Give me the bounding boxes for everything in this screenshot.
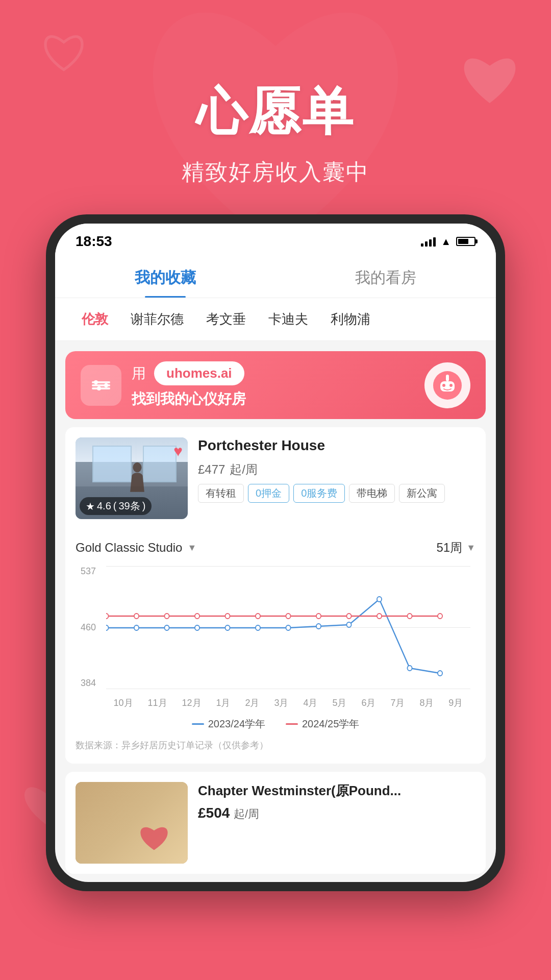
property-card-2[interactable]: Chapter Westminster(原Pound... £504 起/周 [65, 772, 486, 874]
svg-point-20 [316, 624, 321, 629]
legend-dot-2324 [192, 723, 204, 725]
svg-point-5 [97, 386, 101, 390]
property-main-1: ♥ ★ 4.6 (39条) Portchester House £477 起/周 [65, 427, 486, 529]
city-coventry[interactable]: 考文垂 [195, 306, 257, 332]
svg-point-8 [442, 384, 445, 387]
rating-count: ( [113, 500, 117, 512]
phone-screen: 18:53 ▲ 我的收藏 我的看房 [55, 224, 496, 882]
tag-service-fee: 0服务费 [293, 484, 345, 503]
chart-header: Gold Classic Studio ▼ 51周 ▼ [76, 540, 475, 556]
svg-point-13 [106, 625, 109, 630]
phone-frame: 18:53 ▲ 我的收藏 我的看房 [46, 214, 505, 891]
svg-point-11 [446, 375, 449, 378]
city-cardiff[interactable]: 卡迪夫 [257, 306, 319, 332]
tag-new-apt: 新公寓 [399, 484, 445, 503]
svg-point-12 [133, 462, 141, 472]
tab-my-collection[interactable]: 我的收藏 [55, 259, 276, 298]
property-name-1: Portchester House [198, 437, 475, 454]
property-info-1: Portchester House £477 起/周 有转租 0押金 0服务费 … [198, 437, 475, 519]
banner-use-text: 用 [132, 364, 146, 383]
chart-section: Gold Classic Studio ▼ 51周 ▼ 537 460 [65, 529, 486, 764]
banner-slogan: 找到我的心仪好房 [132, 389, 414, 409]
wifi-icon: ▲ [441, 236, 451, 248]
legend-dot-2425 [286, 723, 298, 725]
city-liverpool[interactable]: 利物浦 [319, 306, 382, 332]
status-icons: ▲ [421, 236, 475, 248]
svg-point-18 [256, 625, 260, 630]
y-label-460: 460 [81, 622, 96, 633]
svg-point-24 [438, 671, 442, 676]
phone-mockup: 18:53 ▲ 我的收藏 我的看房 [46, 214, 505, 891]
y-label-537: 537 [81, 566, 96, 577]
city-sheffield[interactable]: 谢菲尔德 [119, 306, 195, 332]
svg-point-27 [164, 614, 169, 619]
property-image-2 [76, 782, 188, 864]
status-time: 18:53 [76, 233, 112, 250]
chart-week-label: 51周 [436, 540, 462, 556]
svg-point-15 [164, 625, 169, 630]
legend-2324: 2023/24学年 [192, 717, 265, 731]
svg-point-22 [377, 597, 382, 602]
banner-url: uhomes.ai [154, 361, 244, 385]
svg-point-33 [346, 614, 351, 619]
tabs-bar: 我的收藏 我的看房 [55, 254, 496, 298]
city-filter: 伦敦 谢菲尔德 考文垂 卡迪夫 利物浦 [55, 298, 496, 341]
banner-settings-icon [81, 365, 121, 406]
chart-week-dropdown[interactable]: 51周 ▼ [436, 540, 475, 556]
city-london[interactable]: 伦敦 [70, 306, 119, 332]
svg-point-14 [134, 625, 139, 630]
property-name-2: Chapter Westminster(原Pound... [198, 782, 475, 800]
x-axis-labels: 10月 11月 12月 1月 2月 3月 4月 5月 6月 7月 8月 9月 [106, 697, 470, 709]
svg-point-30 [256, 614, 260, 619]
property-rating: ★ 4.6 (39条) [80, 497, 152, 515]
chart-svg [106, 566, 470, 689]
legend-label-2425: 2024/25学年 [302, 717, 359, 731]
x-label-oct: 10月 [113, 697, 133, 709]
legend-2425: 2024/25学年 [286, 717, 359, 731]
svg-point-32 [316, 614, 321, 619]
property-tags-1: 有转租 0押金 0服务费 带电梯 新公寓 [198, 484, 475, 503]
property-image-1: ♥ ★ 4.6 (39条) [76, 437, 188, 519]
tag-sublease: 有转租 [198, 484, 244, 503]
status-bar: 18:53 ▲ [55, 224, 496, 254]
chart-week-arrow: ▼ [466, 543, 475, 553]
y-label-384: 384 [81, 678, 96, 689]
property-heart-icon[interactable]: ♥ [173, 443, 183, 460]
tab-my-viewing[interactable]: 我的看房 [276, 259, 496, 298]
chart-type-label: Gold Classic Studio [76, 541, 182, 555]
chart-legend: 2023/24学年 2024/25学年 [76, 709, 475, 739]
svg-point-28 [195, 614, 199, 619]
star-icon: ★ [86, 500, 95, 512]
x-label-may: 5月 [332, 697, 346, 709]
svg-point-34 [377, 614, 382, 619]
battery-icon [456, 237, 475, 246]
hero-title: 心愿单 [196, 78, 355, 147]
x-label-jan: 1月 [216, 697, 230, 709]
svg-point-21 [346, 622, 351, 627]
chart-type-dropdown[interactable]: Gold Classic Studio ▼ [76, 541, 196, 555]
hero-subtitle: 精致好房收入囊中 [182, 157, 369, 187]
svg-point-3 [94, 380, 98, 384]
svg-point-31 [286, 614, 290, 619]
y-axis-labels: 537 460 384 [81, 566, 96, 689]
svg-point-16 [195, 625, 199, 630]
tag-deposit: 0押金 [248, 484, 289, 503]
svg-point-26 [134, 614, 139, 619]
property-info-2: Chapter Westminster(原Pound... £504 起/周 [198, 782, 475, 864]
x-label-mar: 3月 [274, 697, 288, 709]
property-card-1[interactable]: ♥ ★ 4.6 (39条) Portchester House £477 起/周 [65, 427, 486, 764]
svg-point-4 [104, 383, 108, 387]
chart-type-arrow: ▼ [187, 543, 196, 553]
svg-point-9 [449, 384, 453, 387]
property-price-1: £477 起/周 [198, 459, 475, 478]
chart-source: 数据来源：异乡好居历史订单记录（仅供参考） [76, 739, 475, 758]
x-label-nov: 11月 [147, 697, 167, 709]
rating-value: 4.6 [97, 500, 111, 512]
x-label-sep: 9月 [448, 697, 463, 709]
svg-point-35 [407, 614, 412, 619]
ai-banner[interactable]: 用 uhomes.ai 找到我的心仪好房 [65, 351, 486, 419]
x-label-aug: 8月 [419, 697, 434, 709]
x-label-dec: 12月 [182, 697, 201, 709]
svg-point-19 [286, 625, 290, 630]
x-label-jun: 6月 [361, 697, 375, 709]
